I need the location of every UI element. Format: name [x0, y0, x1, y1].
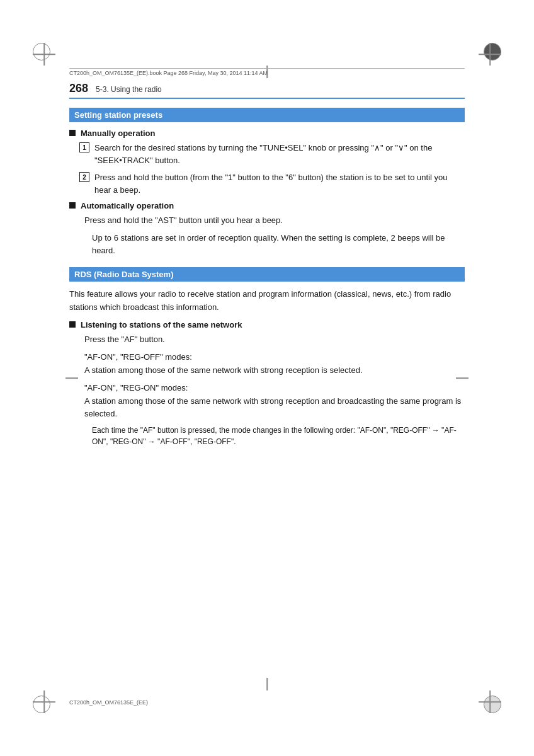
automatically-heading: Automatically operation [69, 201, 465, 210]
bullet-square-auto [69, 202, 76, 209]
step-2-text: Press and hold the button (from the "1" … [94, 171, 465, 196]
section-rds: RDS (Radio Data System) This feature all… [69, 267, 465, 447]
page-content: 268 5-3. Using the radio Setting station… [69, 82, 465, 680]
page-header: 268 5-3. Using the radio [69, 82, 465, 99]
step-1: 1 Search for the desired stations by tur… [79, 142, 465, 166]
automatically-heading-text: Automatically operation [81, 201, 174, 210]
file-info-text: CT200h_OM_OM76135E_(EE).book Page 268 Fr… [69, 70, 268, 76]
mode2-label: "AF-ON", "REG-ON" modes: [84, 382, 465, 394]
bullet-square-manually [69, 130, 76, 136]
step-2: 2 Press and hold the button (from the "1… [79, 171, 465, 196]
manually-heading-text: Manually operation [81, 129, 155, 138]
section-bar-presets-title: Setting station presets [74, 110, 162, 120]
footer-text: CT200h_OM_OM76135E_(EE) [69, 699, 148, 706]
section-setting-presets: Setting station presets Manually operati… [69, 108, 465, 257]
page-footer: CT200h_OM_OM76135E_(EE) [69, 699, 148, 706]
corner-mark-br [479, 690, 501, 713]
auto-para-1: Press and hold the "AST" button until yo… [84, 214, 465, 227]
file-info-bar: CT200h_OM_OM76135E_(EE).book Page 268 Fr… [69, 68, 465, 76]
section-bar-presets: Setting station presets [69, 108, 465, 122]
manually-heading: Manually operation [69, 129, 465, 138]
section-bar-rds-title: RDS (Radio Data System) [74, 270, 173, 279]
step-2-number: 2 [79, 172, 89, 182]
page-number: 268 [69, 82, 88, 95]
mode1-label: "AF-ON", "REG-OFF" modes: [84, 351, 465, 364]
mode2-desc: A station among those of the same networ… [84, 395, 465, 420]
corner-mark-bl [33, 690, 55, 713]
corner-mark-tl [33, 43, 55, 66]
af-note: Each time the "AF" button is pressed, th… [92, 425, 465, 447]
section-title-header: 5-3. Using the radio [96, 85, 162, 94]
listening-heading: Listening to stations of the same networ… [69, 320, 465, 329]
mode1-desc: A station among those of the same networ… [84, 364, 465, 377]
section-bar-rds: RDS (Radio Data System) [69, 267, 465, 282]
bullet-square-listening [69, 321, 76, 328]
page: CT200h_OM_OM76135E_(EE).book Page 268 Fr… [0, 0, 534, 756]
rds-intro: This feature allows your radio to receiv… [69, 288, 465, 313]
auto-para-2: Up to 6 stations are set in order of rec… [92, 232, 465, 257]
step-1-number: 1 [79, 142, 89, 152]
press-af: Press the "AF" button. [84, 333, 465, 346]
step-1-text: Search for the desired stations by turni… [94, 142, 465, 166]
listening-heading-text: Listening to stations of the same networ… [81, 320, 242, 329]
corner-mark-tr [479, 43, 501, 66]
